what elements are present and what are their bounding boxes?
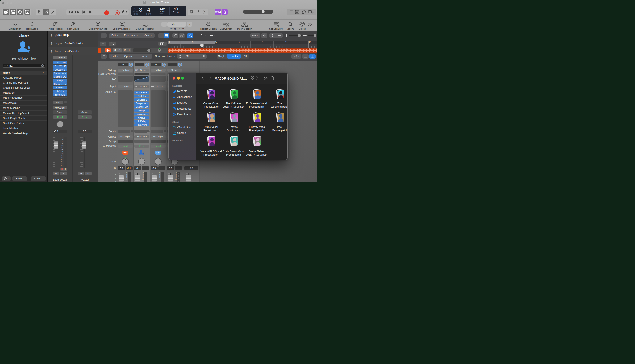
svg-text:50: 50 xyxy=(61,162,63,164)
svg-text:9: 9 xyxy=(62,142,63,144)
svg-text:3: 3 xyxy=(143,173,144,175)
svg-text:9: 9 xyxy=(126,177,127,179)
svg-text:6: 6 xyxy=(159,175,160,177)
svg-text:15: 15 xyxy=(61,146,63,148)
svg-text:40: 40 xyxy=(61,158,63,160)
svg-text:30: 30 xyxy=(61,154,63,156)
svg-text:45: 45 xyxy=(61,160,63,162)
svg-text:9: 9 xyxy=(159,177,160,179)
svg-text:35: 35 xyxy=(61,156,63,158)
svg-text:12: 12 xyxy=(142,179,144,181)
svg-text:12: 12 xyxy=(158,179,160,181)
svg-text:24: 24 xyxy=(61,152,63,154)
svg-text:0: 0 xyxy=(62,136,63,138)
svg-text:9: 9 xyxy=(176,177,176,179)
svg-text:3: 3 xyxy=(159,173,160,175)
svg-text:6: 6 xyxy=(143,175,144,177)
svg-text:12: 12 xyxy=(61,144,63,146)
svg-text:18: 18 xyxy=(61,148,63,150)
svg-text:12: 12 xyxy=(126,179,127,181)
svg-text:3: 3 xyxy=(126,173,127,175)
svg-text:3: 3 xyxy=(176,173,176,175)
svg-text:21: 21 xyxy=(61,150,63,152)
svg-text:9: 9 xyxy=(143,177,144,179)
svg-text:60: 60 xyxy=(61,164,63,166)
svg-text:12: 12 xyxy=(175,179,176,181)
svg-text:6: 6 xyxy=(126,175,127,177)
svg-text:3: 3 xyxy=(62,138,63,140)
svg-text:6: 6 xyxy=(176,175,176,177)
svg-text:6: 6 xyxy=(62,140,63,142)
